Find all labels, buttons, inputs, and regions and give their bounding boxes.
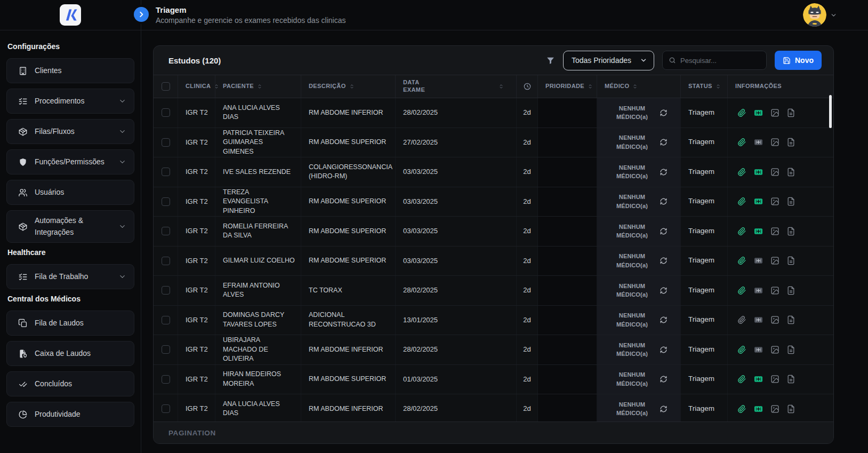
paperclip-icon[interactable] — [737, 375, 746, 384]
sort-icon[interactable] — [498, 83, 504, 90]
sidebar-item-conclu-dos[interactable]: Concluídos — [6, 371, 134, 396]
sidebar-item-procedimentos[interactable]: Procedimentos — [6, 89, 134, 114]
paperclip-icon[interactable] — [737, 197, 746, 206]
refresh-icon[interactable] — [660, 168, 668, 176]
medical-kit-icon[interactable] — [753, 315, 763, 325]
refresh-icon[interactable] — [660, 138, 668, 146]
image-icon[interactable] — [770, 168, 779, 177]
funnel-icon[interactable] — [546, 56, 555, 65]
row-checkbox[interactable] — [162, 197, 170, 206]
row-checkbox[interactable] — [162, 257, 170, 265]
paperclip-icon[interactable] — [737, 227, 746, 236]
sort-icon[interactable] — [715, 83, 721, 90]
column-header-clinica[interactable]: CLINICA — [178, 75, 215, 98]
sidebar-item-fila-de-trabalho[interactable]: Fila de Trabalho — [6, 264, 134, 289]
app-logo[interactable] — [60, 4, 81, 26]
sort-icon[interactable] — [349, 83, 355, 90]
pagination-bar[interactable]: PAGINATION — [154, 422, 833, 443]
paperclip-icon[interactable] — [737, 404, 746, 414]
paperclip-icon[interactable] — [737, 286, 746, 295]
document-icon[interactable] — [786, 315, 795, 324]
medical-kit-icon[interactable] — [753, 137, 763, 147]
refresh-icon[interactable] — [660, 346, 668, 354]
column-header-medico[interactable]: MÉDICO — [597, 75, 680, 98]
image-icon[interactable] — [770, 375, 779, 384]
sort-icon[interactable] — [632, 83, 638, 90]
medical-kit-icon[interactable] — [753, 285, 763, 296]
refresh-icon[interactable] — [660, 257, 668, 265]
row-checkbox[interactable] — [162, 227, 170, 235]
batman-avatar[interactable] — [803, 3, 826, 27]
medical-kit-icon[interactable] — [753, 256, 763, 266]
image-icon[interactable] — [770, 345, 779, 354]
document-icon[interactable] — [786, 197, 795, 206]
column-header-descricao[interactable]: DESCRIÇÃO — [301, 75, 395, 98]
paperclip-icon[interactable] — [737, 345, 746, 354]
document-icon[interactable] — [786, 138, 795, 147]
medical-kit-icon[interactable] — [753, 404, 763, 414]
paperclip-icon[interactable] — [737, 315, 746, 324]
refresh-icon[interactable] — [660, 375, 668, 383]
search-input[interactable] — [680, 57, 760, 65]
document-icon[interactable] — [786, 404, 795, 414]
document-icon[interactable] — [786, 286, 795, 295]
medical-kit-icon[interactable] — [753, 167, 763, 177]
sidebar-collapse-button[interactable] — [134, 7, 149, 22]
image-icon[interactable] — [770, 227, 779, 236]
row-checkbox[interactable] — [162, 286, 170, 295]
paperclip-icon[interactable] — [737, 168, 746, 177]
row-checkbox[interactable] — [162, 316, 170, 324]
user-menu[interactable] — [803, 3, 837, 27]
sidebar-item-filas-fluxos[interactable]: Filas/Fluxos — [6, 119, 134, 144]
refresh-icon[interactable] — [660, 109, 668, 117]
refresh-icon[interactable] — [660, 287, 668, 295]
sidebar-item-usu-rios[interactable]: Usuários — [6, 180, 134, 205]
row-checkbox[interactable] — [162, 168, 170, 176]
refresh-icon[interactable] — [660, 405, 668, 413]
row-checkbox[interactable] — [162, 138, 170, 147]
column-header-paciente[interactable]: PACIENTE — [215, 75, 301, 98]
medical-kit-icon[interactable] — [753, 196, 763, 206]
row-checkbox[interactable] — [162, 345, 170, 354]
image-icon[interactable] — [770, 138, 779, 147]
image-icon[interactable] — [770, 108, 779, 117]
document-icon[interactable] — [786, 375, 795, 384]
image-icon[interactable] — [770, 286, 779, 295]
sidebar-item-clientes[interactable]: Clientes — [6, 58, 134, 83]
document-icon[interactable] — [786, 108, 795, 117]
refresh-icon[interactable] — [660, 227, 668, 235]
medical-kit-icon[interactable] — [753, 374, 763, 384]
column-header-status[interactable]: STATUS — [680, 75, 727, 98]
sidebar-item-automa-es-integra-es[interactable]: Automações & Integrações — [6, 210, 134, 243]
column-header-prioridade[interactable]: PRIORIDADE — [537, 75, 597, 98]
document-icon[interactable] — [786, 168, 795, 177]
priority-filter-select[interactable]: Todas Prioridades — [563, 51, 654, 70]
medical-kit-icon[interactable] — [753, 108, 763, 118]
medical-kit-icon[interactable] — [753, 345, 763, 355]
document-icon[interactable] — [786, 227, 795, 236]
document-icon[interactable] — [786, 256, 795, 265]
column-header-data-exame[interactable]: DATA EXAME — [395, 75, 516, 98]
medical-kit-icon[interactable] — [753, 226, 763, 236]
sort-icon[interactable] — [256, 83, 263, 90]
row-checkbox[interactable] — [162, 375, 170, 384]
image-icon[interactable] — [770, 315, 779, 324]
sidebar-item-caixa-de-laudos[interactable]: Caixa de Laudos — [6, 341, 134, 366]
select-all-checkbox[interactable] — [162, 82, 170, 91]
sidebar-item-produtividade[interactable]: Produtividade — [6, 402, 134, 427]
image-icon[interactable] — [770, 256, 779, 265]
refresh-icon[interactable] — [660, 316, 668, 324]
image-icon[interactable] — [770, 404, 779, 414]
row-checkbox[interactable] — [162, 108, 170, 117]
document-icon[interactable] — [786, 345, 795, 354]
sidebar-item-fun-es-permiss-es[interactable]: Funções/Permissões — [6, 149, 134, 174]
image-icon[interactable] — [770, 197, 779, 206]
refresh-icon[interactable] — [660, 197, 668, 205]
paperclip-icon[interactable] — [737, 108, 746, 117]
table-scrollbar[interactable] — [829, 95, 832, 128]
sort-icon[interactable] — [587, 83, 593, 90]
paperclip-icon[interactable] — [737, 138, 746, 147]
row-checkbox[interactable] — [162, 404, 170, 413]
paperclip-icon[interactable] — [737, 256, 746, 265]
new-button[interactable]: Novo — [775, 51, 822, 70]
